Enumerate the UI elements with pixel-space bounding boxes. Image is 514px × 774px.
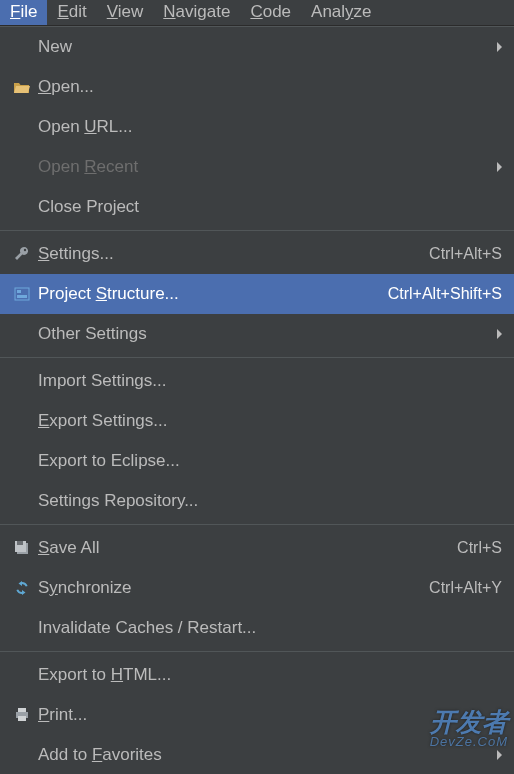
menu-item-print[interactable]: Print... bbox=[0, 695, 514, 735]
chevron-right-icon bbox=[497, 162, 502, 172]
menu-item-save-all[interactable]: Save AllCtrl+S bbox=[0, 528, 514, 568]
file-menu-dropdown: NewOpen...Open URL...Open RecentClose Pr… bbox=[0, 26, 514, 774]
menu-item-shortcut: Ctrl+Alt+Y bbox=[429, 579, 502, 597]
menu-item-label: Synchronize bbox=[38, 578, 419, 598]
save-all-icon bbox=[6, 539, 38, 557]
project-structure-icon bbox=[6, 285, 38, 303]
menu-item-shortcut: Ctrl+Alt+S bbox=[429, 245, 502, 263]
menu-item-label: Other Settings bbox=[38, 324, 489, 344]
menu-item-label: Close Project bbox=[38, 197, 502, 217]
menu-item-import-settings[interactable]: Import Settings... bbox=[0, 361, 514, 401]
chevron-right-icon bbox=[497, 42, 502, 52]
menu-item-label: Settings Repository... bbox=[38, 491, 502, 511]
menu-item-label: Settings... bbox=[38, 244, 419, 264]
folder-open-icon bbox=[6, 78, 38, 96]
svg-rect-2 bbox=[17, 290, 21, 293]
menubar-item-code[interactable]: Code bbox=[240, 0, 301, 25]
menubar: FileEditViewNavigateCodeAnalyze bbox=[0, 0, 514, 26]
menu-item-shortcut: Ctrl+Alt+Shift+S bbox=[388, 285, 502, 303]
menu-item-other-settings[interactable]: Other Settings bbox=[0, 314, 514, 354]
menu-item-export-to-html[interactable]: Export to HTML... bbox=[0, 655, 514, 695]
menu-item-open[interactable]: Open... bbox=[0, 67, 514, 107]
chevron-right-icon bbox=[497, 750, 502, 760]
menu-item-label: Open URL... bbox=[38, 117, 502, 137]
svg-rect-6 bbox=[17, 541, 23, 545]
menu-item-label: Export Settings... bbox=[38, 411, 502, 431]
menu-item-invalidate-caches-restart[interactable]: Invalidate Caches / Restart... bbox=[0, 608, 514, 648]
menu-item-label: Import Settings... bbox=[38, 371, 502, 391]
menu-separator bbox=[0, 651, 514, 652]
menu-item-open-recent[interactable]: Open Recent bbox=[0, 147, 514, 187]
menu-item-add-to-favorites[interactable]: Add to Favorites bbox=[0, 735, 514, 774]
menu-item-synchronize[interactable]: SynchronizeCtrl+Alt+Y bbox=[0, 568, 514, 608]
menu-separator bbox=[0, 524, 514, 525]
menu-item-export-to-eclipse[interactable]: Export to Eclipse... bbox=[0, 441, 514, 481]
menu-item-close-project[interactable]: Close Project bbox=[0, 187, 514, 227]
svg-rect-8 bbox=[18, 708, 26, 712]
menu-item-settings-repository[interactable]: Settings Repository... bbox=[0, 481, 514, 521]
menu-item-label: Export to Eclipse... bbox=[38, 451, 502, 471]
print-icon bbox=[6, 706, 38, 724]
menu-item-label: Open Recent bbox=[38, 157, 489, 177]
menu-item-label: New bbox=[38, 37, 489, 57]
svg-rect-1 bbox=[15, 288, 29, 300]
svg-rect-9 bbox=[18, 716, 26, 721]
menu-separator bbox=[0, 357, 514, 358]
sync-icon bbox=[6, 579, 38, 597]
menu-item-project-structure[interactable]: Project Structure...Ctrl+Alt+Shift+S bbox=[0, 274, 514, 314]
menu-item-label: Invalidate Caches / Restart... bbox=[38, 618, 502, 638]
menubar-item-edit[interactable]: Edit bbox=[47, 0, 96, 25]
menu-item-export-settings[interactable]: Export Settings... bbox=[0, 401, 514, 441]
menubar-item-analyze[interactable]: Analyze bbox=[301, 0, 382, 25]
menu-separator bbox=[0, 230, 514, 231]
menubar-item-navigate[interactable]: Navigate bbox=[153, 0, 240, 25]
svg-rect-3 bbox=[17, 295, 27, 298]
chevron-right-icon bbox=[497, 329, 502, 339]
menu-item-label: Open... bbox=[38, 77, 502, 97]
menubar-item-view[interactable]: View bbox=[97, 0, 154, 25]
menu-item-shortcut: Ctrl+S bbox=[457, 539, 502, 557]
menu-item-label: Project Structure... bbox=[38, 284, 378, 304]
menu-item-label: Add to Favorites bbox=[38, 745, 489, 765]
menu-item-label: Print... bbox=[38, 705, 502, 725]
menu-item-label: Export to HTML... bbox=[38, 665, 502, 685]
menu-item-new[interactable]: New bbox=[0, 27, 514, 67]
settings-wrench-icon bbox=[6, 245, 38, 263]
menu-item-open-url[interactable]: Open URL... bbox=[0, 107, 514, 147]
menubar-item-file[interactable]: File bbox=[0, 0, 47, 25]
svg-point-0 bbox=[24, 249, 26, 251]
menu-item-settings[interactable]: Settings...Ctrl+Alt+S bbox=[0, 234, 514, 274]
menu-item-label: Save All bbox=[38, 538, 447, 558]
